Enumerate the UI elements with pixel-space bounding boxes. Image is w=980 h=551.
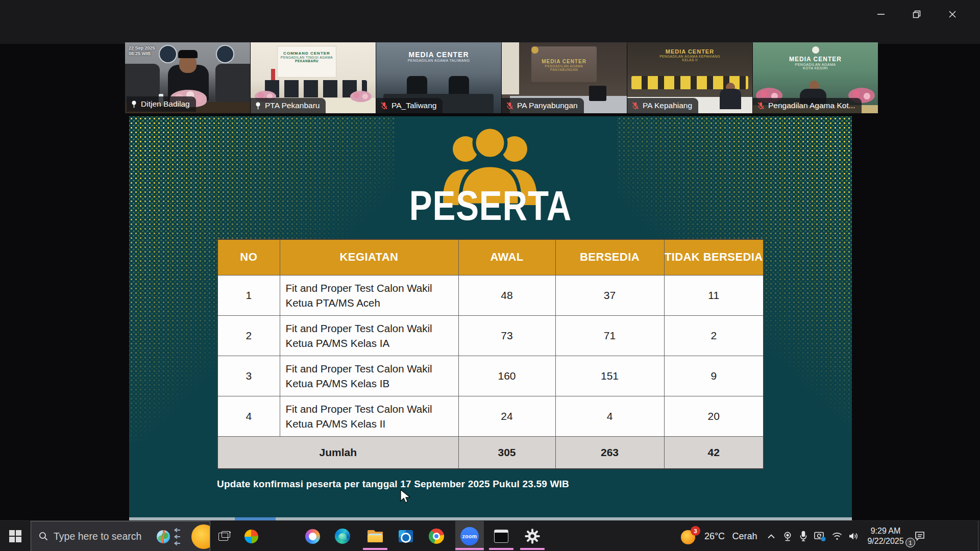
participant-name: PTA Pekanbaru: [265, 101, 320, 110]
table-row: 3 Fit and Proper Test Calon Wakil Ketua …: [217, 356, 764, 396]
taskbar-app-file-explorer[interactable]: [360, 521, 390, 551]
video-tile-pa-panyabungan[interactable]: MEDIA CENTER PENGADILAN AGAMA PANYABUNGA…: [502, 42, 627, 113]
start-button[interactable]: [0, 521, 31, 551]
peserta-table-wrap: NO KEGIATAN AWAL BERSEDIA TIDAK BERSEDIA…: [217, 239, 763, 469]
mic-muted-icon: [631, 102, 639, 110]
task-view-button[interactable]: [209, 521, 240, 551]
col-header-no: NO: [217, 239, 280, 275]
video-tile-pa-kepahiang[interactable]: MEDIA CENTER PENGADILAN AGAMA KEPAHIANG …: [627, 42, 752, 113]
cell-tidak-bersedia: 11: [664, 275, 764, 315]
cell-kegiatan: Fit and Proper Test Calon Wakil Ketua PT…: [280, 275, 458, 315]
taskbar-app-chrome[interactable]: [421, 521, 452, 551]
video-timestamp: 22 Sep 202508:25 WIB: [129, 45, 155, 57]
cell-total-label: Jumlah: [217, 436, 458, 469]
terminal-icon: [494, 530, 508, 543]
tray-wifi-button[interactable]: [829, 521, 845, 551]
shared-screen-slide: PESERTA NO KEGIATAN AWAL BERSEDIA TIDAK …: [129, 116, 852, 518]
cell-awal: 160: [458, 356, 555, 396]
cast-screen-icon: [814, 531, 826, 542]
cell-no: 4: [217, 396, 280, 436]
participant-name: PA Kepahiang: [643, 101, 692, 110]
participant-name-badge: PA_Taliwang: [376, 98, 443, 113]
clock-date: 9/22/2025: [867, 536, 903, 546]
chevron-up-icon: [767, 533, 776, 539]
table-total-row: Jumlah 305 263 42: [217, 436, 764, 469]
notification-icon: [914, 531, 926, 542]
restore-icon: [913, 10, 921, 18]
taskbar-app-widgets[interactable]: [236, 521, 266, 551]
search-placeholder: Type here to search: [54, 531, 141, 542]
minimize-button[interactable]: [869, 3, 893, 26]
search-highlight-globe-icon: [157, 530, 170, 543]
action-center-button[interactable]: 1: [909, 521, 931, 551]
cell-tidak-bersedia: 2: [664, 315, 764, 356]
cell-awal: 73: [458, 315, 555, 356]
weather-button[interactable]: 3: [678, 521, 700, 551]
search-input[interactable]: Type here to search: [31, 521, 210, 551]
copilot-icon: [305, 529, 320, 544]
cell-bersedia: 151: [555, 356, 664, 396]
cell-kegiatan: Fit and Proper Test Calon Wakil Ketua PA…: [280, 396, 458, 436]
cell-no: 1: [217, 275, 280, 315]
pin-icon: [131, 101, 137, 108]
weather-temperature[interactable]: 26°C: [700, 521, 729, 551]
cell-bersedia: 71: [555, 315, 664, 356]
tray-microphone-button[interactable]: [795, 521, 812, 551]
video-tile-ditjen-badilag[interactable]: 22 Sep 202508:25 WIB Ditjen Badilag: [125, 42, 250, 113]
tray-cast-button[interactable]: [811, 521, 829, 551]
mic-muted-icon: [757, 102, 765, 110]
taskbar-app-edge[interactable]: [327, 521, 358, 551]
cell-tidak-bersedia: 20: [664, 396, 764, 436]
participant-name: Pengadilan Agama Kot...: [768, 101, 855, 110]
cell-no: 2: [217, 315, 280, 356]
restore-button[interactable]: [905, 3, 928, 26]
tray-camera-button[interactable]: [779, 521, 796, 551]
search-highlight-arrows-icon: [173, 528, 181, 546]
mic-muted-icon: [380, 102, 388, 110]
table-row: 4 Fit and Proper Test Calon Wakil Ketua …: [217, 396, 764, 436]
edge-icon: [335, 529, 350, 544]
mic-muted-icon: [506, 102, 513, 110]
cell-tidak-bersedia: 9: [664, 356, 764, 396]
participant-name: PA Panyabungan: [517, 101, 578, 110]
tray-overflow-button[interactable]: [763, 521, 780, 551]
participant-name-badge: PA Panyabungan: [502, 98, 584, 113]
video-tile-pa-kota-kediri[interactable]: MEDIA CENTER PENGADILAN AGAMA KOTA KEDIR…: [753, 42, 878, 113]
close-button[interactable]: [941, 3, 964, 26]
notification-badge: 1: [905, 538, 915, 547]
speaker-icon: [848, 531, 859, 541]
participant-name-badge: PA Kepahiang: [627, 98, 698, 113]
taskbar-app-zoom[interactable]: zoom: [454, 521, 485, 551]
windows-logo-icon: [9, 530, 21, 542]
tray-volume-button[interactable]: [844, 521, 863, 551]
clock[interactable]: 9:29 AM 9/22/2025: [864, 521, 908, 551]
cell-kegiatan: Fit and Proper Test Calon Wakil Ketua PA…: [280, 315, 458, 356]
running-indicator-zoom: [455, 548, 484, 550]
col-header-kegiatan: KEGIATAN: [280, 239, 458, 275]
zoom-window-titlebar: [0, 0, 980, 44]
cell-kegiatan: Fit and Proper Test Calon Wakil Ketua PA…: [280, 356, 458, 396]
show-desktop-button[interactable]: [978, 521, 980, 551]
taskbar-app-outlook[interactable]: [390, 521, 421, 551]
video-tile-pa-taliwang[interactable]: MEDIA CENTER PENGADILAN AGAMA TALIWANG P…: [376, 42, 501, 113]
participant-name: PA_Taliwang: [391, 101, 436, 110]
participant-name-badge: PTA Pekanbaru: [251, 98, 326, 113]
search-highlight-sun-icon: [191, 524, 210, 549]
taskbar-app-copilot[interactable]: [297, 521, 328, 551]
minimize-icon: [877, 10, 885, 18]
pin-icon: [255, 102, 261, 110]
cell-bersedia: 4: [555, 396, 664, 436]
taskbar-app-terminal[interactable]: [486, 521, 517, 551]
participant-name-badge: Ditjen Badilag: [127, 96, 196, 112]
zoom-icon: zoom: [460, 527, 479, 545]
mouse-cursor: [399, 489, 410, 504]
task-view-icon: [218, 531, 231, 541]
cell-no: 3: [217, 356, 280, 396]
taskbar: Type here to search: [0, 520, 980, 551]
col-header-bersedia: BERSEDIA: [555, 239, 664, 275]
weather-badge: 3: [691, 526, 700, 536]
weather-condition[interactable]: Cerah: [729, 521, 761, 551]
participant-name-badge: Pengadilan Agama Kot...: [753, 98, 862, 113]
taskbar-app-settings[interactable]: [517, 521, 548, 551]
video-tile-pta-pekanbaru[interactable]: COMMAND CENTER PENGADILAN TINGGI AGAMA P…: [251, 42, 376, 113]
